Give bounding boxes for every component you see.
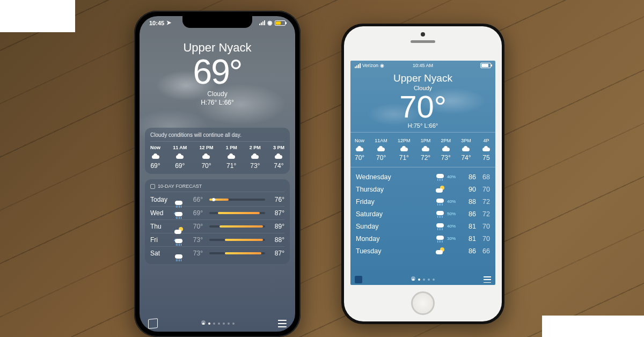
iphone-8-device: Verizon ◉ 10:45 AM Upper Nyack Cloudy 70… <box>341 24 504 324</box>
corner-decoration <box>0 0 75 32</box>
hourly-column: 1 PM71° <box>226 145 237 170</box>
hour-label: 2 PM <box>250 145 261 150</box>
hourly-column: 12 PM70° <box>199 145 213 170</box>
hour-temp: 74° <box>274 162 283 170</box>
hour-label: 1 PM <box>226 145 237 150</box>
hour-label: Now <box>150 145 160 150</box>
cloud-icon <box>441 145 451 152</box>
hour-temp: 71° <box>226 162 236 170</box>
low-temp: 68 <box>476 173 490 181</box>
day-label: Wed <box>150 209 174 217</box>
hour-temp: 70° <box>201 162 211 170</box>
weather-app-screen: Verizon ◉ 10:45 AM Upper Nyack Cloudy 70… <box>350 61 495 285</box>
status-time: 10:45 AM <box>413 63 433 68</box>
current-temperature: 70° <box>350 91 495 122</box>
low-temp: 69° <box>188 209 206 217</box>
signal-icon <box>355 63 361 68</box>
temp-range-bar <box>209 252 265 254</box>
high-temp: 89° <box>268 223 284 230</box>
device-top-bezel <box>344 26 502 61</box>
high-temp: 88° <box>268 236 284 244</box>
partly-icon <box>435 247 445 255</box>
cloud-icon <box>355 145 364 152</box>
day-label: Fri <box>150 236 174 244</box>
location-name: Upper Nyack <box>350 72 495 84</box>
calendar-icon <box>150 184 155 189</box>
forecast-summary: Cloudy conditions will continue all day. <box>150 132 284 142</box>
rain-icon <box>435 222 445 231</box>
cloud-icon <box>175 153 185 159</box>
weather-app-screen: 10:45 ➤ ◉ Upper Nyack 69° Cloudy H:76° L… <box>140 16 295 332</box>
hour-label: 3 PM <box>273 145 284 150</box>
low-temp: 70 <box>476 186 490 193</box>
map-icon[interactable] <box>148 318 158 329</box>
hour-temp: 69° <box>175 162 185 170</box>
bottom-toolbar <box>140 319 295 328</box>
low-temp: 73° <box>188 250 206 257</box>
forecast-row: Fri40%73°88° <box>150 233 284 247</box>
earpiece-speaker <box>411 40 435 43</box>
cloud-icon <box>421 145 430 152</box>
hourly-forecast-card[interactable]: Cloudy conditions will continue all day.… <box>145 128 290 174</box>
temp-range-bar <box>209 225 265 228</box>
forecast-row: Sat73°87° <box>150 247 284 260</box>
low-temp: 70 <box>476 223 490 230</box>
front-camera <box>421 32 425 36</box>
home-button[interactable] <box>411 291 435 315</box>
high-temp: 87° <box>268 250 284 257</box>
low-temp: 66° <box>188 196 206 203</box>
battery-icon <box>480 63 491 68</box>
status-bar: Verizon ◉ 10:45 AM <box>350 61 495 70</box>
low-temp: 73° <box>188 236 206 244</box>
cloud-icon <box>201 153 211 159</box>
page-dots[interactable] <box>411 277 435 282</box>
cloud-icon <box>481 145 491 152</box>
cloud-icon <box>399 145 409 152</box>
hour-temp: 73° <box>250 162 260 170</box>
storm-icon <box>435 210 445 218</box>
ten-day-forecast-card[interactable]: 10-DAY FORECAST Today66°76°Wed40%69°87°T… <box>145 179 290 264</box>
forecast-header-label: 10-DAY FORECAST <box>158 184 202 189</box>
cloud-icon <box>376 145 386 152</box>
hourly-column: Now69° <box>150 145 160 170</box>
hourly-column: 2 PM73° <box>250 145 261 170</box>
page-dots[interactable] <box>201 321 235 326</box>
hour-temp: 69° <box>150 162 160 170</box>
weather-channel-icon[interactable] <box>355 276 362 283</box>
high-low-temps: H:75° L:66° <box>350 122 495 129</box>
current-weather-hero: Upper Nyack 69° Cloudy H:76° L:66° <box>140 16 295 106</box>
forecast-row: Today66°76° <box>150 193 284 207</box>
cloud-icon <box>226 153 236 159</box>
forecast-header: 10-DAY FORECAST <box>150 184 284 192</box>
hour-label: 12 PM <box>199 145 213 150</box>
cloud-icon <box>461 145 471 152</box>
low-temp: 72 <box>476 210 490 218</box>
low-temp: 70° <box>188 223 206 230</box>
day-label: Today <box>150 196 174 203</box>
location-arrow-icon <box>411 276 415 281</box>
temp-range-bar <box>209 212 265 214</box>
current-weather-hero: Upper Nyack Cloudy 70° H:75° L:66° <box>350 70 495 129</box>
current-condition: Cloudy <box>140 90 295 98</box>
hour-label: 11 AM <box>173 145 187 150</box>
corner-decoration <box>542 316 644 337</box>
low-temp: 70 <box>476 235 490 243</box>
current-temperature: 69° <box>140 55 295 89</box>
cloud-icon <box>250 153 260 159</box>
location-arrow-icon <box>201 320 206 325</box>
rain-icon <box>435 197 445 206</box>
hourly-column: 3 PM74° <box>273 145 284 170</box>
bottom-toolbar <box>350 276 495 283</box>
low-temp: 66 <box>476 247 490 255</box>
list-icon[interactable] <box>278 320 287 327</box>
high-low-temps: H:76° L:66° <box>140 99 295 106</box>
carrier-label: Verizon <box>362 63 378 68</box>
high-temp: 76° <box>268 196 284 203</box>
temp-range-bar <box>209 199 265 201</box>
forecast-row: Thu70°89° <box>150 220 284 233</box>
iphone-x-device: 10:45 ➤ ◉ Upper Nyack 69° Cloudy H:76° L… <box>134 11 301 337</box>
list-icon[interactable] <box>484 276 491 283</box>
hourly-column: 11 AM69° <box>173 145 187 170</box>
day-label: Sat <box>150 250 174 257</box>
partly-icon <box>435 185 445 194</box>
